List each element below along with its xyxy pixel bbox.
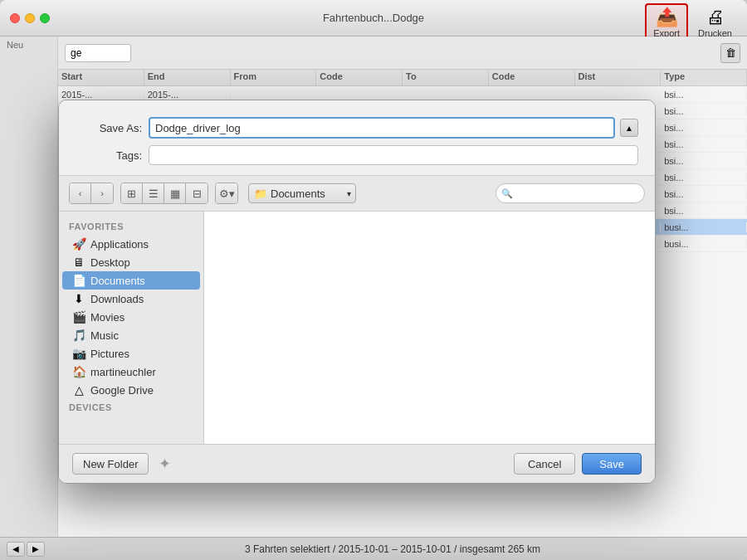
music-icon: 🎵 — [72, 329, 85, 342]
action-button[interactable]: ⚙▾ — [216, 183, 237, 203]
filename-input[interactable] — [149, 117, 615, 139]
documents-icon: 📄 — [72, 274, 85, 287]
file-browser-pane[interactable] — [204, 212, 655, 444]
trash-button[interactable]: 🗑 — [720, 43, 740, 63]
sidebar-item-label: Movies — [90, 311, 124, 324]
list-view-button[interactable]: ☰ — [143, 183, 164, 203]
sidebar-item-label: Google Drive — [90, 384, 154, 397]
dialog-footer: New Folder ✦ Cancel Save — [59, 444, 655, 483]
cover-view-button[interactable]: ⊟ — [186, 183, 208, 203]
column-view-button[interactable]: ▦ — [164, 183, 186, 203]
new-folder-button[interactable]: New Folder — [72, 453, 149, 475]
col-dist: Dist — [575, 70, 662, 85]
home-icon: 🏠 — [72, 365, 85, 378]
location-label: Documents — [271, 187, 325, 200]
save-as-label: Save As: — [76, 122, 142, 134]
sidebar-item-pictures[interactable]: 📷 Pictures — [62, 344, 200, 363]
tags-input[interactable] — [149, 145, 638, 165]
expand-button[interactable]: ▲ — [620, 119, 638, 137]
status-text: 3 Fahrten selektiert / 2015-10-01 – 2015… — [45, 543, 740, 555]
maximize-button[interactable] — [40, 13, 50, 23]
col-from: From — [231, 70, 317, 85]
sidebar-item-label: Documents — [90, 275, 145, 287]
sidebar-item-desktop[interactable]: 🖥 Desktop — [62, 253, 200, 271]
view-buttons: ⊞ ☰ ▦ ⊟ — [120, 183, 208, 204]
search-container: 🔍 — [496, 183, 645, 203]
dialog-header: Save As: ▲ Tags: — [59, 100, 655, 175]
sidebar-item-label: Downloads — [90, 293, 144, 305]
cancel-button[interactable]: Cancel — [514, 453, 575, 475]
sidebar-item-label: Applications — [90, 238, 149, 251]
forward-button[interactable]: › — [91, 183, 113, 203]
spinner: ✦ — [159, 455, 171, 473]
sidebar-item-documents[interactable]: 📄 Documents — [62, 271, 200, 290]
search-input[interactable] — [496, 183, 645, 203]
col-end: End — [144, 70, 231, 85]
nav-forward-button[interactable]: ▶ — [27, 542, 45, 557]
sidebar-item-label: martineuchler — [90, 366, 156, 378]
sidebar-item-user[interactable]: 🏠 martineuchler — [62, 363, 200, 381]
print-icon: 🖨 — [706, 8, 725, 27]
desktop-icon: 🖥 — [72, 256, 85, 269]
sidebar-item-label: Desktop — [90, 256, 130, 269]
back-button[interactable]: ‹ — [70, 183, 91, 203]
table-header: Start End From Code To Code Dist Type — [58, 70, 747, 86]
location-selector[interactable]: 📁 Documents — [248, 183, 356, 203]
icon-view-button[interactable]: ⊞ — [121, 183, 143, 203]
downloads-icon: ⬇ — [72, 292, 85, 305]
close-button[interactable] — [10, 13, 20, 23]
app-sidebar: Neu — [0, 37, 58, 537]
app-search-input[interactable] — [65, 44, 131, 62]
nav-back-button[interactable]: ◀ — [7, 542, 25, 557]
nav-arrows[interactable]: ◀ ▶ — [7, 542, 45, 557]
nav-toolbar: ‹ › ⊞ ☰ ▦ ⊟ ⚙▾ 📁 Documents 🔍 — [59, 175, 655, 212]
app-toolbar: 🗑 — [58, 37, 747, 70]
save-button[interactable]: Save — [582, 453, 642, 475]
save-as-row: Save As: ▲ — [76, 117, 638, 139]
tags-row: Tags: — [76, 145, 638, 165]
status-bar: ◀ ▶ 3 Fahrten selektiert / 2015-10-01 – … — [0, 537, 747, 560]
col-code1: Code — [316, 70, 403, 85]
folder-icon: 📁 — [254, 187, 267, 200]
sidebar-item-music[interactable]: 🎵 Music — [62, 326, 200, 344]
sidebar-item-google-drive[interactable]: △ Google Drive — [62, 381, 200, 399]
google-drive-icon: △ — [72, 383, 85, 397]
movies-icon: 🎬 — [72, 310, 85, 324]
sidebar-item-label: Pictures — [90, 348, 129, 360]
applications-icon: 🚀 — [72, 237, 85, 251]
col-type: Type — [661, 70, 747, 85]
dialog-sidebar: FAVORITES 🚀 Applications 🖥 Desktop 📄 Doc… — [59, 212, 204, 444]
col-to: To — [403, 70, 489, 85]
sidebar-item-applications[interactable]: 🚀 Applications — [62, 235, 200, 253]
search-icon: 🔍 — [501, 188, 513, 199]
action-group: ⚙▾ — [215, 183, 238, 204]
col-code2: Code — [489, 70, 575, 85]
sidebar-item-label: Music — [90, 329, 119, 342]
export-icon: 📤 — [656, 8, 678, 27]
sidebar-item-downloads[interactable]: ⬇ Downloads — [62, 290, 200, 308]
traffic-lights[interactable] — [10, 13, 50, 23]
col-start: Start — [58, 70, 144, 85]
tags-label: Tags: — [76, 149, 142, 162]
sidebar-neu: Neu — [0, 37, 57, 53]
devices-header: DEVICES — [59, 399, 203, 416]
pictures-icon: 📷 — [72, 347, 85, 360]
titlebar: Fahrtenbuch...Dodge 📤 Export 🖨 Drucken — [0, 0, 747, 37]
save-dialog: Save As: ▲ Tags: ‹ › ⊞ ☰ ▦ ⊟ ⚙▾ 📁 Do — [58, 100, 656, 484]
window-title: Fahrtenbuch...Dodge — [323, 12, 424, 24]
back-forward-group: ‹ › — [69, 183, 114, 204]
minimize-button[interactable] — [25, 13, 35, 23]
dialog-body: FAVORITES 🚀 Applications 🖥 Desktop 📄 Doc… — [59, 212, 655, 444]
favorites-header: FAVORITES — [59, 218, 203, 235]
sidebar-item-movies[interactable]: 🎬 Movies — [62, 308, 200, 326]
